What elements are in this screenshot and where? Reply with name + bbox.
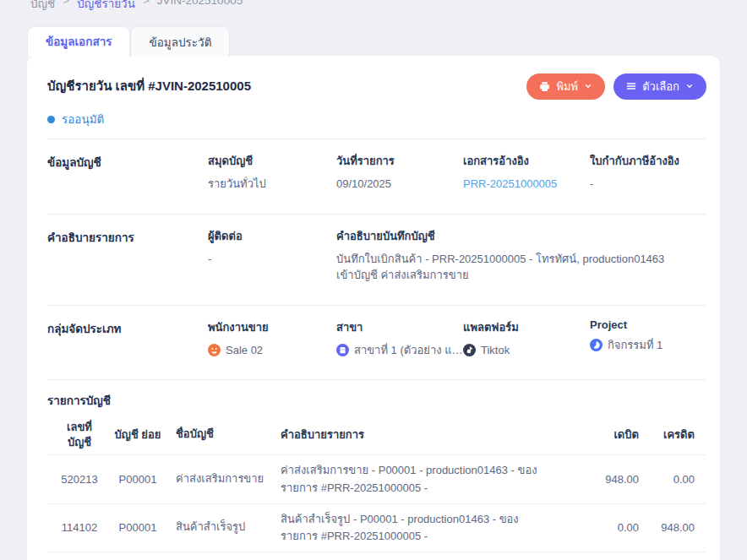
breadcrumb-separator: >: [143, 0, 150, 13]
cell-account-no: 114102: [47, 520, 112, 536]
tab-bar: ข้อมูลเอกสาร ข้อมูลประวัติ: [27, 26, 230, 57]
field-label: แพลตฟอร์ม: [463, 318, 590, 336]
section-label: คำอธิบายรายการ: [47, 227, 208, 247]
section-label: ข้อมูลบัญชี: [47, 152, 208, 171]
breadcrumb-daily-journal[interactable]: บัญชีรายวัน: [77, 0, 135, 13]
printer-icon: [539, 81, 550, 92]
field-value: Tiktok: [481, 343, 510, 359]
breadcrumb-accounting[interactable]: บัญชี: [30, 0, 55, 13]
section-classification: กลุ่มจัดประเภท พนักงานขาย Sale 02 สาขา ส…: [47, 306, 706, 380]
section-account-info: ข้อมูลบัญชี สมุดบัญชี รายวันทั่วไป วันที…: [47, 139, 706, 214]
field-label: ใบกำกับภาษีอ้างอิง: [590, 152, 706, 170]
field-label: สาขา: [336, 318, 463, 336]
platform-icon: [463, 344, 476, 356]
options-button[interactable]: ตัวเลือก: [613, 73, 706, 100]
page-title: บัญชีรายวัน เลขที่ #JVIN-202510005: [47, 76, 251, 96]
table-row: 520213 P00001 ค่าส่งเสริมการขาย ค่าส่งเส…: [47, 455, 706, 503]
field-label: Project: [590, 318, 706, 331]
options-button-label: ตัวเลือก: [642, 78, 679, 95]
status-label: รออนุมัติ: [62, 110, 104, 128]
print-button-label: พิมพ์: [556, 78, 578, 95]
field-branch: สาขา สาขาที่ 1 (ตัวอย่าง แก้ไข...: [336, 318, 463, 359]
cell-description: สินค้าสำเร็จรูป - P00001 - production014…: [269, 511, 568, 545]
field-contact: ผู้ติดต่อ -: [208, 227, 336, 268]
field-value: -: [590, 177, 706, 193]
field-value: -: [208, 252, 336, 268]
field-value: รายวันทั่วไป: [208, 177, 336, 193]
column-header-sub-account: บัญชี ย่อย: [112, 427, 164, 443]
breadcrumb-document-id: JVIN-202510005: [157, 0, 243, 13]
field-value: 09/10/2025: [336, 177, 463, 193]
field-label: เอกสารอ้างอิง: [463, 152, 590, 170]
column-header-debit: เดบิต: [568, 426, 639, 443]
project-icon: [590, 339, 603, 351]
tab-document-info[interactable]: ข้อมูลเอกสาร: [27, 26, 130, 57]
document-card: บัญชีรายวัน เลขที่ #JVIN-202510005 พิมพ์…: [27, 56, 720, 560]
salesperson-avatar-icon: [208, 344, 221, 356]
column-header-account-no: เลขที่ บัญชี: [47, 420, 112, 449]
field-value: บันทึกใบเบิกสินค้า - PRR-20251000005 - โ…: [336, 252, 676, 284]
branch-icon: [336, 344, 349, 356]
field-value: สาขาที่ 1 (ตัวอย่าง แก้ไข...: [354, 343, 463, 359]
field-reference-document: เอกสารอ้างอิง PRR-20251000005: [463, 152, 590, 193]
cell-account-no: 520213: [47, 472, 112, 487]
tab-document-info-label: ข้อมูลเอกสาร: [46, 32, 112, 51]
field-label: สมุดบัญชี: [208, 152, 336, 170]
breadcrumb-separator: >: [63, 0, 69, 13]
section-label: กลุ่มจัดประเภท: [47, 318, 208, 338]
field-platform: แพลตฟอร์ม Tiktok: [463, 318, 590, 359]
field-tax-invoice-reference: ใบกำกับภาษีอ้างอิง -: [590, 152, 706, 193]
field-salesperson: พนักงานขาย Sale 02: [208, 318, 336, 359]
chevron-down-icon: [685, 82, 694, 90]
card-header: บัญชีรายวัน เลขที่ #JVIN-202510005 พิมพ์…: [47, 56, 706, 100]
field-accounting-note: คำอธิบายบันทึกบัญชี บันทึกใบเบิกสินค้า -…: [336, 227, 706, 284]
status-dot-icon: [47, 116, 55, 123]
field-label: วันที่รายการ: [336, 152, 463, 170]
tab-history-label: ข้อมูลประวัติ: [149, 33, 211, 52]
field-journal-book: สมุดบัญชี รายวันทั่วไป: [208, 152, 336, 193]
column-header-description: คำอธิบายรายการ: [269, 427, 568, 443]
print-button[interactable]: พิมพ์: [526, 73, 605, 100]
cell-account-name: สินค้าสำเร็จรูป: [164, 519, 269, 536]
cell-sub-account: P00001: [112, 520, 164, 536]
cell-debit: 948.00: [568, 473, 639, 486]
reference-document-link[interactable]: PRR-20251000005: [463, 177, 590, 193]
menu-icon: [626, 81, 636, 91]
field-label: ผู้ติดต่อ: [208, 227, 336, 245]
section-label: รายการบัญชี: [47, 390, 706, 410]
cell-account-name: ค่าส่งเสริมการขาย: [164, 471, 269, 487]
field-value: กิจกรรมที่ 1: [608, 338, 662, 354]
breadcrumb: บัญชี > บัญชีรายวัน > JVIN-202510005: [30, 0, 243, 13]
cell-debit: 0.00: [568, 521, 639, 534]
column-header-account-name: ชื่อบัญชี: [164, 427, 269, 443]
field-project: Project กิจกรรมที่ 1: [590, 318, 706, 354]
cell-description: ค่าส่งเสริมการขาย - P00001 - production0…: [269, 462, 568, 496]
field-label: คำอธิบายบันทึกบัญชี: [336, 227, 706, 245]
column-header-credit: เครดิต: [639, 426, 695, 443]
field-label: พนักงานขาย: [208, 318, 336, 336]
tab-history[interactable]: ข้อมูลประวัติ: [130, 26, 230, 57]
field-transaction-date: วันที่รายการ 09/10/2025: [336, 152, 463, 193]
cell-credit: 948.00: [639, 521, 695, 534]
field-value: Sale 02: [226, 343, 263, 359]
entries-table: เลขที่ บัญชี บัญชี ย่อย ชื่อบัญชี คำอธิบ…: [47, 415, 706, 552]
section-description: คำอธิบายรายการ ผู้ติดต่อ - คำอธิบายบันทึ…: [47, 215, 706, 305]
status-badge: รออนุมัติ: [47, 110, 706, 128]
cell-sub-account: P00001: [112, 472, 164, 487]
table-row: 114102 P00001 สินค้าสำเร็จรูป สินค้าสำเร…: [47, 504, 706, 552]
table-header-row: เลขที่ บัญชี บัญชี ย่อย ชื่อบัญชี คำอธิบ…: [47, 415, 706, 455]
cell-credit: 0.00: [639, 473, 695, 486]
section-entries: รายการบัญชี เลขที่ บัญชี บัญชี ย่อย ชื่อ…: [47, 380, 706, 552]
chevron-down-icon: [584, 82, 592, 90]
header-actions: พิมพ์ ตัวเลือก: [526, 73, 706, 100]
section-summary: สรุปข้อมูล รวม 948.00 948.00: [47, 552, 706, 560]
